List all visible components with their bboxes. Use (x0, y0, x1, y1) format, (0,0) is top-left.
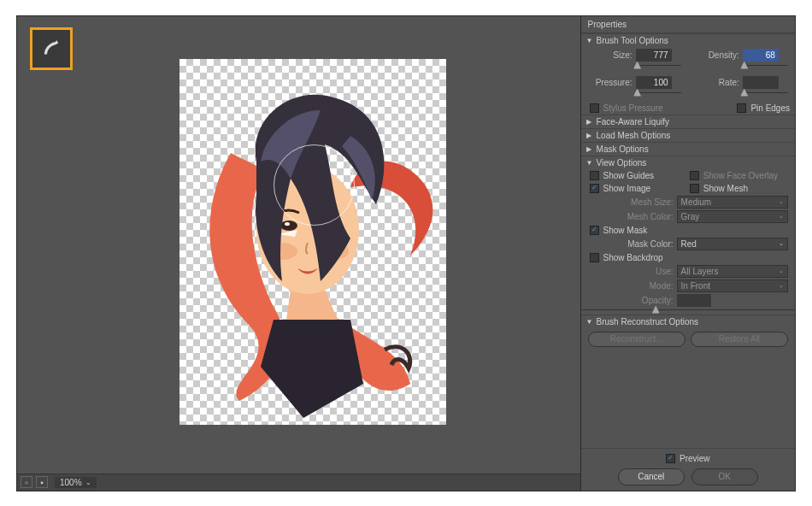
mesh-size-dropdown[interactable]: Medium⌄ (677, 196, 788, 209)
section-face-aware[interactable]: ▶Face-Aware Liquify (581, 115, 795, 128)
chevron-down-icon: ⌄ (779, 282, 784, 289)
svg-point-3 (280, 221, 297, 231)
pressure-input[interactable] (636, 76, 672, 89)
triangle-right-icon: ▶ (586, 118, 593, 126)
section-brush-reconstruct[interactable]: ▼Brush Reconstruct Options (581, 315, 795, 328)
use-dropdown[interactable]: All Layers⌄ (677, 265, 788, 278)
zoom-value: 100% (60, 478, 82, 487)
opacity-input[interactable] (677, 294, 711, 307)
mode-dropdown[interactable]: In Front⌄ (677, 279, 788, 292)
actual-pixels-icon[interactable]: ▪ (36, 476, 48, 488)
brush-cursor (274, 144, 355, 226)
triangle-down-icon: ▼ (586, 318, 593, 326)
status-bar: ▫ ▪ 100% ⌄ (17, 474, 580, 491)
section-brush-tool-options[interactable]: ▼ Brush Tool Options (581, 34, 795, 47)
mask-color-dropdown[interactable]: Red⌄ (677, 238, 788, 250)
mesh-color-dropdown[interactable]: Gray⌄ (677, 210, 788, 223)
ok-button[interactable]: OK (691, 468, 758, 485)
zoom-field[interactable]: 100% ⌄ (55, 477, 97, 488)
show-mask-checkbox[interactable] (590, 226, 599, 235)
reconstruct-button[interactable]: Reconstruct... (588, 332, 685, 347)
dialog-footer: Preview Cancel OK (581, 448, 795, 491)
triangle-down-icon: ▼ (586, 159, 593, 167)
show-face-overlay-checkbox[interactable] (690, 171, 699, 180)
panel-title: Properties (581, 16, 795, 33)
stylus-pressure-checkbox[interactable] (590, 103, 599, 113)
rate-input[interactable] (743, 76, 779, 89)
forward-warp-tool-icon (30, 27, 73, 70)
section-load-mesh[interactable]: ▶Load Mesh Options (581, 129, 795, 142)
density-input[interactable] (743, 49, 779, 62)
show-image-checkbox[interactable] (590, 184, 599, 193)
cancel-button[interactable]: Cancel (618, 468, 685, 485)
show-mesh-checkbox[interactable] (690, 184, 699, 193)
chevron-down-icon: ⌄ (85, 479, 91, 486)
triangle-right-icon: ▶ (586, 145, 593, 153)
chevron-down-icon: ⌄ (779, 240, 784, 247)
canvas-area[interactable]: ▫ ▪ 100% ⌄ (17, 16, 580, 491)
properties-panel: Properties ▼ Brush Tool Options Size: De… (580, 16, 795, 491)
liquify-dialog: ▫ ▪ 100% ⌄ Properties ▼ Brush Tool Optio… (16, 15, 796, 491)
show-backdrop-checkbox[interactable] (590, 253, 599, 262)
chevron-down-icon: ⌄ (779, 198, 784, 205)
show-guides-checkbox[interactable] (590, 171, 599, 180)
artboard[interactable] (179, 59, 446, 425)
section-mask-options[interactable]: ▶Mask Options (581, 143, 795, 156)
fit-screen-icon[interactable]: ▫ (21, 476, 32, 488)
triangle-right-icon: ▶ (586, 132, 593, 139)
triangle-down-icon: ▼ (586, 37, 593, 44)
section-view-options[interactable]: ▼View Options (581, 156, 795, 169)
chevron-down-icon: ⌄ (779, 213, 784, 220)
svg-point-5 (285, 222, 290, 226)
size-input[interactable] (636, 49, 672, 62)
restore-all-button[interactable]: Restore All (691, 332, 788, 347)
pin-edges-checkbox[interactable] (737, 103, 746, 113)
preview-checkbox[interactable] (666, 454, 675, 463)
illustration (179, 59, 446, 425)
chevron-down-icon: ⌄ (779, 268, 784, 274)
